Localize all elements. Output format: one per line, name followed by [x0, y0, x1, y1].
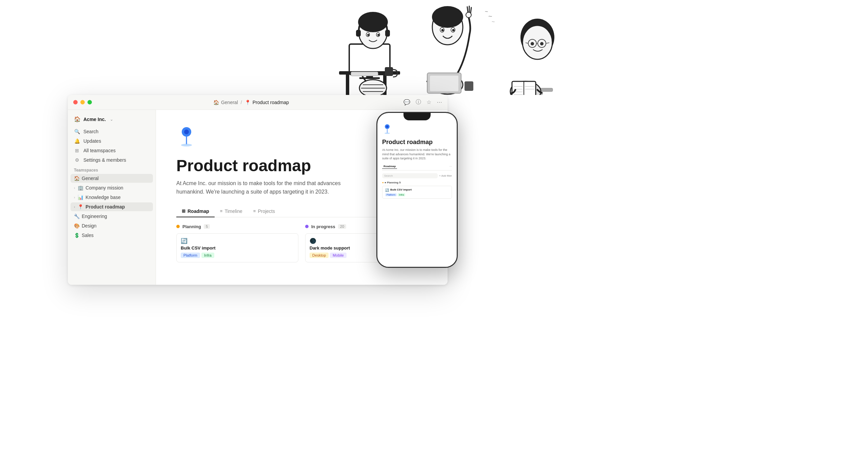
svg-point-40: [522, 25, 552, 59]
svg-point-17: [377, 34, 379, 36]
phone-screen: Product roadmap At Acme Inc. our mission…: [377, 113, 457, 267]
minimize-button[interactable]: [80, 100, 85, 104]
bulk-csv-icon: 🔄: [181, 238, 294, 244]
phone-description: At Acme Inc. our mission is to make tool…: [382, 148, 452, 161]
svg-point-24: [432, 6, 463, 28]
expand-arrow-company: ›: [74, 186, 75, 190]
planning-dot: [176, 225, 180, 228]
sidebar-item-knowledge-base[interactable]: › 📊 Knowledge base: [71, 193, 153, 202]
phone-platform-tag: Platform: [385, 193, 397, 196]
gear-icon: ⚙: [74, 157, 80, 163]
phone-tab-bar: Roadmap ⋯: [382, 164, 452, 171]
general-icon: 🏠: [213, 100, 219, 105]
svg-rect-18: [351, 72, 378, 76]
tab-roadmap[interactable]: ⊞ Roadmap: [176, 206, 215, 217]
expand-arrow-product: ›: [74, 205, 75, 209]
comment-icon[interactable]: 💬: [403, 99, 410, 105]
phone-bulk-csv-icon: 🔄: [385, 188, 389, 192]
svg-rect-13: [385, 30, 390, 37]
phone-card-tags: Platform Infra: [385, 193, 449, 196]
infra-tag: Infra: [201, 253, 214, 258]
sidebar-item-all-teamspaces[interactable]: ⊞ All teamspaces: [71, 146, 153, 155]
svg-point-61: [184, 130, 189, 134]
breadcrumb: 🏠 General / 📍 Product roadmap: [99, 100, 403, 105]
close-button[interactable]: [73, 100, 78, 104]
sidebar-item-engineering[interactable]: 🔧 Engineering: [71, 212, 153, 221]
phone-planning-col: ● ● Planning 5: [382, 181, 401, 184]
svg-text:✦: ✦: [366, 14, 372, 22]
phone-search-box[interactable]: Search: [382, 173, 438, 178]
page-description: At Acme Inc. our mission is to make tool…: [176, 179, 366, 196]
roadmap-tab-icon: ⊞: [182, 208, 185, 214]
expand-arrow-knowledge: ›: [74, 196, 75, 199]
knowledge-base-icon: 📊: [78, 195, 83, 200]
sidebar-item-updates[interactable]: 🔔 Updates: [71, 137, 153, 145]
sidebar: 🏠 Acme Inc. ⌄ 🔍 Search 🔔 Updates ⊞ All t…: [68, 110, 156, 285]
product-roadmap-icon: 📍: [78, 204, 83, 210]
svg-point-63: [181, 144, 192, 146]
phone-notch: [403, 113, 431, 120]
phone-card-bulk-csv[interactable]: 🔄 Bulk CSV import Platform Infra: [382, 186, 452, 199]
title-bar-actions: 💬 ⓘ ☆ ⋯: [403, 99, 442, 106]
bell-icon: 🔔: [74, 138, 80, 144]
in-progress-dot: [305, 225, 309, 228]
kanban-column-planning: Planning 5 🔄 Bulk CSV import Platform In…: [176, 224, 298, 265]
timeline-tab-icon: ≡: [220, 208, 223, 214]
workspace-chevron: ⌄: [110, 117, 113, 122]
kanban-column-header-planning: Planning 5: [176, 224, 298, 229]
svg-point-11: [358, 12, 388, 32]
svg-point-47: [540, 42, 544, 45]
breadcrumb-current[interactable]: 📍 Product roadmap: [245, 100, 289, 105]
projects-tab-icon: ≡: [253, 208, 256, 214]
phone-page-title: Product roadmap: [382, 139, 452, 146]
breadcrumb-separator: /: [241, 100, 242, 105]
engineering-icon: 🔧: [74, 214, 80, 219]
bulk-csv-tags: Platform Infra: [181, 253, 294, 258]
svg-rect-1: [346, 75, 349, 95]
svg-rect-3: [349, 44, 390, 75]
phone-kanban-header: ● ● Planning 5: [382, 181, 452, 184]
sidebar-item-sales[interactable]: 💲 Sales: [71, 231, 153, 240]
sidebar-item-design[interactable]: 🎨 Design: [71, 221, 153, 230]
svg-rect-12: [356, 30, 361, 37]
phone-tab-more[interactable]: ⋯: [449, 165, 452, 168]
kanban-card-bulk-csv[interactable]: 🔄 Bulk CSV import Platform Infra: [176, 233, 298, 262]
star-icon[interactable]: ☆: [427, 99, 431, 105]
tab-projects[interactable]: ≡ Projects: [248, 206, 280, 217]
breadcrumb-parent[interactable]: 🏠 General: [213, 100, 238, 105]
svg-text:~: ~: [492, 19, 495, 25]
planning-count: 5: [204, 224, 210, 229]
svg-point-46: [531, 42, 534, 45]
maximize-button[interactable]: [87, 100, 92, 104]
info-icon[interactable]: ⓘ: [416, 99, 421, 106]
workspace-selector[interactable]: 🏠 Acme Inc. ⌄: [71, 114, 153, 124]
bulk-csv-title: Bulk CSV import: [181, 245, 294, 251]
grid-icon: ⊞: [74, 148, 80, 153]
phone-mockup: Product roadmap At Acme Inc. our mission…: [376, 112, 458, 268]
svg-point-28: [452, 29, 455, 32]
sidebar-item-settings[interactable]: ⚙ Settings & members: [71, 156, 153, 164]
roadmap-icon: 📍: [245, 100, 251, 105]
phone-page-icon: [382, 122, 452, 137]
svg-point-27: [441, 29, 444, 32]
sidebar-item-company-mission[interactable]: › 🏢 Company mission: [71, 183, 153, 192]
more-icon[interactable]: ⋯: [437, 99, 442, 105]
phone-bulk-csv-title: Bulk CSV import: [390, 188, 412, 191]
company-mission-icon: 🏢: [78, 185, 83, 191]
svg-line-32: [471, 7, 471, 13]
phone-add-filter[interactable]: + Add filter: [439, 174, 452, 177]
sidebar-item-general[interactable]: 🏠 General: [71, 174, 153, 183]
svg-rect-19: [385, 67, 393, 76]
svg-point-67: [384, 133, 390, 134]
tab-timeline[interactable]: ≡ Timeline: [215, 206, 248, 217]
design-icon: 🎨: [74, 223, 80, 228]
sidebar-item-search[interactable]: 🔍 Search: [71, 127, 153, 136]
svg-point-65: [386, 125, 389, 128]
illustration-area: ✦ ~ ~ ~: [0, 0, 868, 95]
platform-tag: Platform: [181, 253, 200, 258]
svg-rect-34: [430, 76, 458, 91]
phone-tab-roadmap[interactable]: Roadmap: [382, 164, 397, 169]
title-bar: 🏠 General / 📍 Product roadmap 💬 ⓘ ☆ ⋯: [68, 95, 448, 110]
in-progress-count: 20: [338, 224, 346, 229]
sidebar-item-product-roadmap[interactable]: › 📍 Product roadmap: [71, 202, 153, 211]
